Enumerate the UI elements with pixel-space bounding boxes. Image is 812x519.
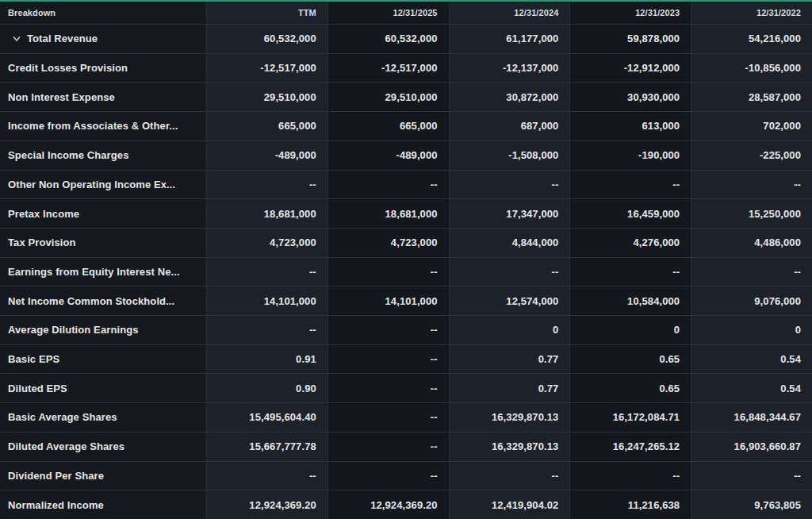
value-cell: --	[327, 171, 449, 199]
value-cell: 0	[569, 316, 691, 344]
table-row-tax-provision: Tax Provision4,723,0004,723,0004,844,000…	[0, 229, 812, 258]
row-label-cell-special-income-charges: Special Income Charges	[0, 141, 206, 170]
table-row-net-income-common-stockhold: Net Income Common Stockhold...14,101,000…	[0, 286, 812, 316]
value-cell: 4,723,000	[327, 229, 449, 257]
value-cell: 0.77	[449, 345, 570, 374]
row-label: Earnings from Equity Interest Ne...	[8, 266, 180, 278]
value-cell: 4,276,000	[569, 229, 691, 257]
value-cell: 60,532,000	[206, 25, 327, 53]
value-cell: --	[327, 432, 449, 461]
value-cell: 9,076,000	[691, 286, 812, 315]
table-row-normalized-income: Normalized Income12,924,369.2012,924,369…	[0, 490, 812, 519]
value-cell: --	[691, 171, 812, 199]
column-header-12-31-2023: 12/31/2023	[569, 2, 691, 24]
row-label-cell-net-income-common-stockhold: Net Income Common Stockhold...	[0, 286, 206, 315]
row-label-cell-earnings-from-equity-interest-ne: Earnings from Equity Interest Ne...	[0, 258, 206, 286]
value-cell: 0.54	[691, 345, 812, 374]
value-cell: 15,250,000	[691, 199, 812, 228]
value-cell: --	[206, 171, 327, 199]
row-label: Basic EPS	[8, 353, 59, 365]
row-label-cell-total-revenue[interactable]: Total Revenue	[0, 25, 206, 53]
table-row-average-dilution-earnings: Average Dilution Earnings----000	[0, 316, 812, 345]
row-label: Net Income Common Stockhold...	[8, 295, 174, 307]
table-body: Total Revenue60,532,00060,532,00061,177,…	[0, 25, 812, 519]
row-label-cell-non-interest-expense: Non Interest Expense	[0, 83, 206, 111]
value-cell: -489,000	[327, 141, 449, 170]
value-cell: -12,137,000	[449, 54, 570, 83]
table-header-row: BreakdownTTM12/31/202512/31/202412/31/20…	[0, 2, 812, 25]
row-label: Other Non Operating Income Ex...	[8, 179, 175, 190]
row-label: Average Dilution Earnings	[8, 324, 139, 336]
table-row-diluted-average-shares: Diluted Average Shares15,667,777.78--16,…	[0, 432, 812, 462]
value-cell: 59,878,000	[569, 25, 691, 53]
value-cell: 14,101,000	[206, 286, 327, 315]
value-cell: 0.77	[449, 374, 570, 402]
chevron-down-icon[interactable]	[12, 34, 21, 44]
table-row-earnings-from-equity-interest-ne: Earnings from Equity Interest Ne...-----…	[0, 258, 812, 287]
value-cell: 16,329,870.13	[449, 432, 570, 461]
row-label: Diluted EPS	[8, 383, 67, 394]
column-header-12-31-2024: 12/31/2024	[449, 2, 570, 24]
value-cell: 0.65	[569, 345, 691, 374]
value-cell: 12,924,369.20	[206, 490, 327, 519]
value-cell: --	[569, 462, 691, 490]
value-cell: 0.54	[691, 374, 812, 402]
row-label: Normalized Income	[8, 499, 104, 511]
value-cell: 0.91	[206, 345, 327, 374]
value-cell: --	[327, 316, 449, 344]
value-cell: 0	[691, 316, 812, 344]
value-cell: 16,848,344.67	[691, 403, 812, 432]
value-cell: 29,510,000	[206, 83, 327, 111]
financials-income-statement: BreakdownTTM12/31/202512/31/202412/31/20…	[0, 0, 812, 519]
value-cell: --	[327, 258, 449, 286]
value-cell: 29,510,000	[327, 83, 449, 111]
row-label-cell-other-non-operating-income-ex: Other Non Operating Income Ex...	[0, 171, 206, 199]
value-cell: 17,347,000	[449, 199, 570, 228]
row-label-cell-income-from-associates-other: Income from Associates & Other...	[0, 112, 206, 140]
row-label-cell-credit-losses-provision: Credit Losses Provision	[0, 54, 206, 83]
value-cell: 0	[449, 316, 570, 344]
value-cell: 60,532,000	[327, 25, 449, 53]
value-cell: 16,459,000	[569, 199, 691, 228]
income-statement-table: BreakdownTTM12/31/202512/31/202412/31/20…	[0, 2, 812, 519]
value-cell: 16,172,084.71	[569, 403, 691, 432]
value-cell: 12,419,904.02	[449, 490, 570, 519]
value-cell: 18,681,000	[327, 199, 449, 228]
value-cell: --	[327, 374, 449, 402]
table-row-basic-average-shares: Basic Average Shares15,495,604.40--16,32…	[0, 403, 812, 432]
row-label: Basic Average Shares	[8, 411, 117, 423]
value-cell: 30,872,000	[449, 83, 570, 111]
row-label-cell-tax-provision: Tax Provision	[0, 229, 206, 257]
value-cell: --	[206, 462, 327, 490]
table-row-total-revenue: Total Revenue60,532,00060,532,00061,177,…	[0, 25, 812, 54]
value-cell: 4,486,000	[691, 229, 812, 257]
value-cell: --	[206, 258, 327, 286]
value-cell: -12,517,000	[327, 54, 449, 83]
value-cell: -12,912,000	[569, 54, 691, 83]
value-cell: -10,856,000	[691, 54, 812, 83]
value-cell: --	[691, 462, 812, 490]
value-cell: 0.90	[206, 374, 327, 402]
row-label-cell-diluted-average-shares: Diluted Average Shares	[0, 432, 206, 461]
value-cell: 665,000	[206, 112, 327, 140]
row-label: Non Interest Expense	[8, 91, 115, 103]
value-cell: --	[449, 258, 570, 286]
value-cell: 4,723,000	[206, 229, 327, 257]
value-cell: --	[327, 462, 449, 490]
value-cell: --	[449, 462, 570, 490]
table-row-income-from-associates-other: Income from Associates & Other...665,000…	[0, 112, 812, 141]
value-cell: 10,584,000	[569, 286, 691, 315]
value-cell: --	[569, 258, 691, 286]
value-cell: 687,000	[449, 112, 570, 140]
value-cell: 4,844,000	[449, 229, 570, 257]
value-cell: 0.65	[569, 374, 691, 402]
value-cell: 14,101,000	[327, 286, 449, 315]
row-label: Tax Provision	[8, 236, 76, 248]
value-cell: 18,681,000	[206, 199, 327, 228]
row-label: Diluted Average Shares	[8, 440, 124, 452]
value-cell: 9,763,805	[691, 490, 812, 519]
row-label-cell-basic-average-shares: Basic Average Shares	[0, 403, 206, 432]
row-label: Pretax Income	[8, 208, 79, 220]
table-row-other-non-operating-income-ex: Other Non Operating Income Ex...--------…	[0, 171, 812, 200]
value-cell: 11,216,638	[569, 490, 691, 519]
